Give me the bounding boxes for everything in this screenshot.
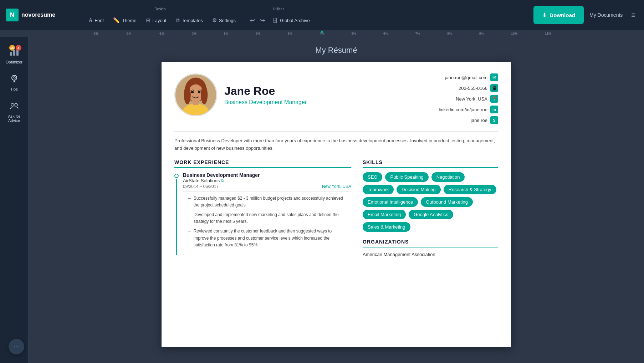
skill-tag-seo: SEO xyxy=(363,172,382,182)
download-button[interactable]: ⬇ Download xyxy=(533,6,584,24)
bullet-dash: – xyxy=(188,228,191,249)
skill-tag-email-marketing: Email Marketing xyxy=(363,210,406,219)
ruler-mark: 0% xyxy=(192,32,196,35)
settings-icon: ⚙ xyxy=(212,17,217,24)
bullet-text: Developed and implemented new marketing … xyxy=(194,211,346,225)
ask-advice-label: Ask for Advice xyxy=(5,114,24,123)
bullet-dash: – xyxy=(188,195,191,209)
job-bullets: – Successfully managed $2 - 3 million bu… xyxy=(183,191,351,255)
skill-tag-teamwork: Teamwork xyxy=(363,185,394,194)
left-sidebar: 15 3 Optimizer Tips xyxy=(0,37,29,363)
skill-tag-sales-marketing: Sales & Marketing xyxy=(363,222,410,232)
svg-point-16 xyxy=(198,91,201,93)
ask-advice-icon xyxy=(10,101,19,113)
theme-button[interactable]: ✏️ Theme xyxy=(109,14,140,26)
contact-linkedin: linkedin.com/in/jane.roe in xyxy=(439,106,498,113)
svg-point-12 xyxy=(201,85,208,104)
resume-header: Jane Roe Business Development Manager ja… xyxy=(174,73,498,124)
bullet-item: – Successfully managed $2 - 3 million bu… xyxy=(188,195,346,209)
undo-button[interactable]: ↩ xyxy=(247,14,257,26)
external-link-icon[interactable]: ⧉ xyxy=(221,178,224,183)
ruler-mark: -2% xyxy=(126,32,132,35)
chat-icon: ··· xyxy=(14,343,19,351)
svg-point-4 xyxy=(14,80,15,81)
tips-icon xyxy=(10,74,19,86)
design-section: Design A Font ✏️ Theme ⊞ Layout ⧉ Templa… xyxy=(80,4,240,26)
job-dates: 09/2014 – 06/2017 xyxy=(183,184,219,189)
layout-icon: ⊞ xyxy=(146,17,150,24)
ruler-mark: 5% xyxy=(352,32,356,35)
ruler-mark: 8% xyxy=(447,32,452,35)
resume-columns: WORK EXPERIENCE Business Development Man… xyxy=(174,159,498,260)
templates-icon: ⧉ xyxy=(176,17,180,24)
contact-skype: jane.roe S xyxy=(471,116,498,124)
job-location: New York, USA xyxy=(322,184,351,189)
hamburger-menu-button[interactable]: ≡ xyxy=(628,8,638,22)
main-layout: 15 3 Optimizer Tips xyxy=(0,37,644,363)
skills-title: SKILLS xyxy=(363,159,498,168)
my-documents-button[interactable]: My Documents xyxy=(584,9,628,21)
sidebar-item-ask-advice[interactable]: Ask for Advice xyxy=(2,98,26,126)
font-icon: A xyxy=(89,17,92,23)
bullet-dash: – xyxy=(188,211,191,225)
tips-label: Tips xyxy=(10,87,17,91)
svg-point-11 xyxy=(184,85,191,104)
ruler-mark: 6% xyxy=(383,32,388,35)
hamburger-icon: ≡ xyxy=(631,11,635,19)
skill-tag-research-strategy: Research & Strategy xyxy=(444,185,496,194)
ruler-mark: -1% xyxy=(159,32,164,35)
svg-point-6 xyxy=(11,103,14,106)
work-experience-column: WORK EXPERIENCE Business Development Man… xyxy=(174,159,351,260)
templates-button[interactable]: ⧉ Templates xyxy=(172,14,207,26)
ruler-mark: 7% xyxy=(415,32,420,35)
svg-rect-5 xyxy=(14,81,15,82)
logo-area: N novoresume xyxy=(6,9,77,21)
timeline xyxy=(174,172,179,255)
redo-button[interactable]: ↪ xyxy=(258,14,267,26)
sidebar-item-tips[interactable]: Tips xyxy=(2,71,26,95)
design-label: Design xyxy=(154,7,165,11)
timeline-line xyxy=(176,179,177,255)
location-icon: 📍 xyxy=(490,95,498,103)
chat-bubble[interactable]: ··· xyxy=(9,339,24,354)
job-meta: 09/2014 – 06/2017 New York, USA xyxy=(183,184,351,189)
settings-button[interactable]: ⚙ Settings xyxy=(208,14,240,26)
font-button[interactable]: A Font xyxy=(85,15,108,26)
email-icon: ✉ xyxy=(490,73,498,81)
resume-summary: Professional Business Developer with mor… xyxy=(174,131,498,152)
contact-email: jane.roe@gmail.com ✉ xyxy=(445,73,498,81)
navbar: N novoresume Design A Font ✏️ Theme ⊞ La… xyxy=(0,0,644,30)
logo-text: novoresume xyxy=(21,12,55,18)
contact-location-value: New York, USA xyxy=(456,96,487,102)
bullet-text: Successfully managed $2 - 3 million budg… xyxy=(194,195,346,209)
optimizer-badge-red: 3 xyxy=(16,45,21,51)
contact-email-value: jane.roe@gmail.com xyxy=(445,75,487,80)
work-content: Business Development Manager AirState So… xyxy=(183,172,351,255)
download-icon: ⬇ xyxy=(542,12,547,19)
optimizer-badge-orange: 15 xyxy=(9,45,15,51)
header-left: Jane Roe Business Development Manager xyxy=(174,73,307,116)
ruler-indicator xyxy=(321,31,323,33)
skill-tag-google-analytics: Google Analytics xyxy=(409,210,453,219)
sidebar-item-optimizer[interactable]: 15 3 Optimizer xyxy=(2,43,26,68)
contact-phone-value: 202-555-0166 xyxy=(459,86,487,91)
editor-area: My Résumé xyxy=(29,37,644,363)
svg-rect-0 xyxy=(10,52,12,56)
skills-tags: SEO Public Speaking Negotiation Teamwork… xyxy=(363,172,498,232)
page-title: My Résumé xyxy=(315,46,357,55)
layout-button[interactable]: ⊞ Layout xyxy=(142,14,171,26)
global-archive-button[interactable]: 🗄 Global Archive xyxy=(268,15,314,26)
resume-job-title: Business Development Manager xyxy=(224,99,307,106)
skill-tag-public-speaking: Public Speaking xyxy=(385,172,428,182)
organizations-title: ORGANIZATIONS xyxy=(363,239,498,247)
skill-tag-decision-making: Decision Making xyxy=(397,185,440,194)
skype-icon: S xyxy=(490,116,498,124)
contact-phone: 202-555-0166 📱 xyxy=(459,84,498,92)
ruler-mark: 11% xyxy=(545,32,551,35)
svg-point-3 xyxy=(12,75,17,80)
utilities-section: Utilities ↩ ↪ 🗄 Global Archive xyxy=(243,4,314,26)
ruler-mark: 9% xyxy=(479,32,484,35)
ruler: -3% -2% -1% 0% 1% 2% 3% 4% 5% 6% 7% 8% 9… xyxy=(0,30,644,37)
archive-icon: 🗄 xyxy=(272,17,278,24)
ruler-mark: 1% xyxy=(224,32,228,35)
